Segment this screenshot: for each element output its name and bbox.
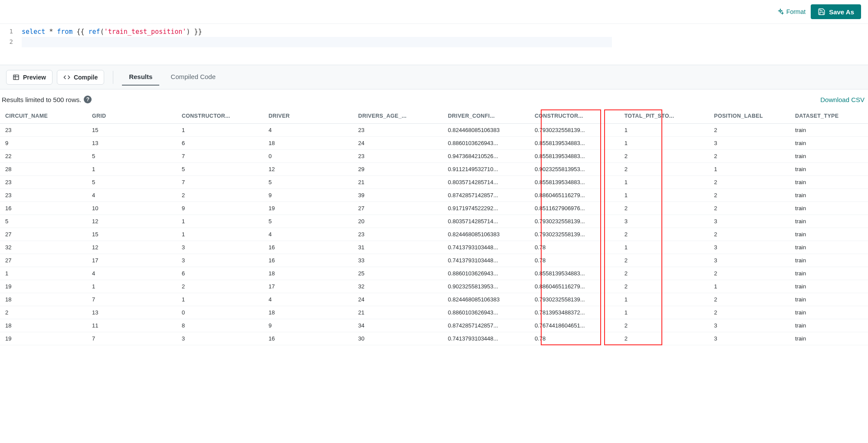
table-row[interactable]: 913618240.8860103626943...0.855813953488… bbox=[0, 137, 868, 150]
table-cell: 6 bbox=[177, 137, 263, 150]
code-line: select * from {{ ref('train_test_positio… bbox=[22, 26, 202, 37]
table-cell: 0.8860103626943... bbox=[443, 267, 529, 280]
table-cell: train bbox=[790, 267, 868, 280]
table-row[interactable]: 23575210.8035714285714...0.8558139534883… bbox=[0, 176, 868, 189]
table-cell: 2 bbox=[709, 150, 790, 163]
column-header[interactable]: GRID bbox=[87, 109, 177, 124]
table-cell: 18 bbox=[263, 137, 353, 150]
table-row[interactable]: 231514230.8244680851063830.7930232558139… bbox=[0, 124, 868, 137]
table-cell: 12 bbox=[263, 163, 353, 176]
table-row[interactable]: 271514230.8244680851063830.7930232558139… bbox=[0, 228, 868, 241]
table-cell: train bbox=[790, 189, 868, 202]
format-button[interactable]: Format bbox=[777, 8, 806, 15]
preview-button[interactable]: Preview bbox=[6, 70, 53, 85]
download-csv-link[interactable]: Download CSV bbox=[820, 96, 866, 103]
table-cell: 12 bbox=[87, 215, 177, 228]
table-row[interactable]: 22570230.9473684210526...0.8558139534883… bbox=[0, 150, 868, 163]
table-cell: 2 bbox=[709, 124, 790, 137]
table-cell: 29 bbox=[353, 163, 443, 176]
table-cell: 2 bbox=[709, 228, 790, 241]
table-row[interactable]: 281512290.9112149532710...0.902325581395… bbox=[0, 163, 868, 176]
table-cell: 1 bbox=[619, 241, 709, 254]
table-cell: 33 bbox=[353, 254, 443, 267]
table-cell: 2 bbox=[619, 319, 709, 332]
table-cell: 0.8558139534883... bbox=[529, 137, 619, 150]
line-number: 1 bbox=[0, 26, 22, 37]
tab-compiled-code[interactable]: Compiled Code bbox=[164, 69, 222, 86]
column-header[interactable]: DRIVER_CONFI... bbox=[443, 109, 529, 124]
table-row[interactable]: 51215200.8035714285714...0.7930232558139… bbox=[0, 215, 868, 228]
table-row[interactable]: 3212316310.7413793103448...0.7813train bbox=[0, 241, 868, 254]
column-header[interactable]: DATASET_TYPE bbox=[790, 109, 868, 124]
table-cell: 4 bbox=[87, 267, 177, 280]
column-header[interactable]: CONSTRUCTOR... bbox=[529, 109, 619, 124]
tab-results[interactable]: Results bbox=[122, 69, 159, 86]
table-cell: train bbox=[790, 280, 868, 293]
table-cell: train bbox=[790, 163, 868, 176]
column-header[interactable]: DRIVER bbox=[263, 109, 353, 124]
table-cell: 5 bbox=[87, 176, 177, 189]
help-icon[interactable]: ? bbox=[84, 96, 92, 103]
table-cell: 27 bbox=[353, 202, 443, 215]
divider bbox=[113, 71, 113, 84]
results-table: CIRCUIT_NAMEGRIDCONSTRUCTOR...DRIVERDRIV… bbox=[0, 109, 868, 345]
code-line bbox=[22, 37, 612, 47]
top-toolbar: Format Save As bbox=[0, 0, 868, 24]
table-cell: 3 bbox=[619, 215, 709, 228]
table-cell: 2 bbox=[619, 267, 709, 280]
table-cell: 13 bbox=[87, 137, 177, 150]
table-cell: 0 bbox=[263, 150, 353, 163]
table-cell: 3 bbox=[177, 254, 263, 267]
table-cell: 2 bbox=[177, 280, 263, 293]
column-header[interactable]: CIRCUIT_NAME bbox=[0, 109, 87, 124]
table-cell: 10 bbox=[87, 202, 177, 215]
table-cell: 0.9023255813953... bbox=[529, 163, 619, 176]
table-cell: 0.8742857142857... bbox=[443, 319, 529, 332]
table-cell: 2 bbox=[0, 306, 87, 319]
compile-button[interactable]: Compile bbox=[57, 70, 104, 85]
table-cell: 0.824468085106383 bbox=[443, 228, 529, 241]
table-row[interactable]: 213018210.8860103626943...0.781395348837… bbox=[0, 306, 868, 319]
table-cell: 19 bbox=[0, 332, 87, 345]
line-number: 2 bbox=[0, 37, 22, 47]
table-cell: 1 bbox=[619, 124, 709, 137]
table-cell: 0.7930232558139... bbox=[529, 293, 619, 306]
table-cell: 5 bbox=[87, 150, 177, 163]
table-cell: 1 bbox=[619, 306, 709, 319]
table-row[interactable]: 23429390.8742857142857...0.8860465116279… bbox=[0, 189, 868, 202]
table-cell: 1 bbox=[177, 228, 263, 241]
table-row[interactable]: 197316300.7413793103448...0.7823train bbox=[0, 332, 868, 345]
table-cell: 4 bbox=[87, 189, 177, 202]
table-cell: 0.7413793103448... bbox=[443, 332, 529, 345]
column-header[interactable]: CONSTRUCTOR... bbox=[177, 109, 263, 124]
table-row[interactable]: 191217320.9023255813953...0.886046511627… bbox=[0, 280, 868, 293]
table-cell: 1 bbox=[87, 163, 177, 176]
table-cell: 9 bbox=[263, 319, 353, 332]
column-header[interactable]: DRIVERS_AGE_... bbox=[353, 109, 443, 124]
table-cell: 3 bbox=[709, 137, 790, 150]
table-cell: 1 bbox=[709, 280, 790, 293]
table-row[interactable]: 2717316330.7413793103448...0.7823train bbox=[0, 254, 868, 267]
table-cell: 17 bbox=[87, 254, 177, 267]
save-as-button[interactable]: Save As bbox=[811, 4, 861, 19]
table-cell: 15 bbox=[87, 228, 177, 241]
table-cell: 13 bbox=[87, 306, 177, 319]
table-cell: 5 bbox=[263, 176, 353, 189]
table-cell: 0.7930232558139... bbox=[529, 215, 619, 228]
table-cell: 2 bbox=[619, 332, 709, 345]
table-cell: 23 bbox=[0, 124, 87, 137]
table-cell: 2 bbox=[619, 254, 709, 267]
table-cell: 16 bbox=[0, 202, 87, 215]
table-cell: 0.8558139534883... bbox=[529, 176, 619, 189]
column-header[interactable]: TOTAL_PIT_STO... bbox=[619, 109, 709, 124]
table-cell: 12 bbox=[87, 241, 177, 254]
column-header[interactable]: POSITION_LABEL bbox=[709, 109, 790, 124]
table-row[interactable]: 14618250.8860103626943...0.8558139534883… bbox=[0, 267, 868, 280]
table-row[interactable]: 18714240.8244680851063830.7930232558139.… bbox=[0, 293, 868, 306]
table-cell: 32 bbox=[0, 241, 87, 254]
table-row[interactable]: 1610919270.9171974522292...0.85116279069… bbox=[0, 202, 868, 215]
table-cell: train bbox=[790, 228, 868, 241]
table-cell: 7 bbox=[177, 150, 263, 163]
table-row[interactable]: 181189340.8742857142857...0.767441860465… bbox=[0, 319, 868, 332]
code-editor[interactable]: 1 select * from {{ ref('train_test_posit… bbox=[0, 24, 868, 65]
